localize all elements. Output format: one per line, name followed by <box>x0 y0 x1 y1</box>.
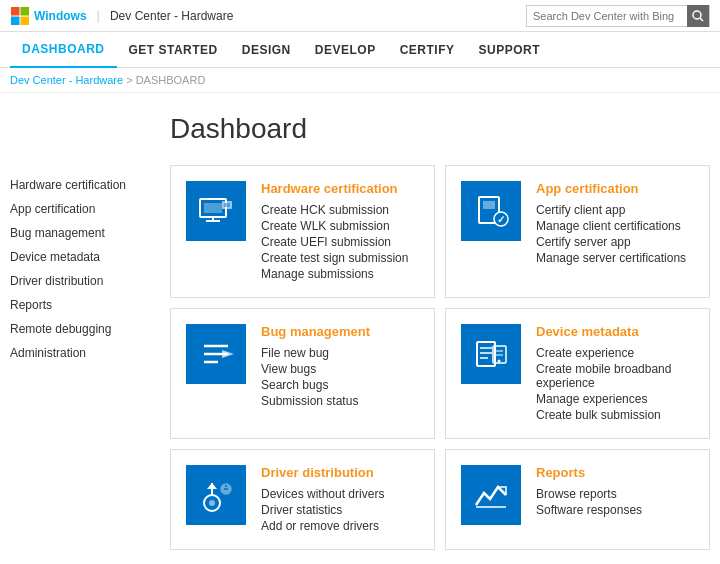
card-body-device-meta: Device metadata Create experience Create… <box>536 324 694 423</box>
search-button[interactable] <box>687 5 709 27</box>
card-icon-device <box>461 324 521 384</box>
dashboard-grid: Hardware certification Create HCK submis… <box>170 165 710 550</box>
nav-get-started[interactable]: GET STARTED <box>117 32 230 68</box>
windows-logo: Windows <box>10 6 87 26</box>
card-link-view-bugs[interactable]: View bugs <box>261 361 419 377</box>
sidebar: Hardware certification App certification… <box>10 113 150 550</box>
sidebar-item-reports[interactable]: Reports <box>10 293 150 317</box>
svg-rect-1 <box>21 7 30 16</box>
card-link-software-responses[interactable]: Software responses <box>536 502 694 518</box>
card-body-hardware-cert: Hardware certification Create HCK submis… <box>261 181 419 282</box>
nav-dashboard[interactable]: DASHBOARD <box>10 32 117 68</box>
card-body-app-cert: App certification Certify client app Man… <box>536 181 694 266</box>
card-link-file-bug[interactable]: File new bug <box>261 345 419 361</box>
svg-line-5 <box>700 18 703 21</box>
card-title-bug-mgmt: Bug management <box>261 324 419 339</box>
sidebar-item-hardware-cert[interactable]: Hardware certification <box>10 173 150 197</box>
svg-point-4 <box>693 11 701 19</box>
card-link-create-test[interactable]: Create test sign submission <box>261 250 419 266</box>
bug-icon <box>196 334 236 374</box>
card-link-browse-reports[interactable]: Browse reports <box>536 486 694 502</box>
search-input[interactable] <box>527 6 687 26</box>
card-link-manage-exp[interactable]: Manage experiences <box>536 391 694 407</box>
breadcrumb: Dev Center - Hardware > DASHBOARD <box>0 68 720 93</box>
svg-rect-0 <box>11 7 20 16</box>
svg-rect-2 <box>11 16 20 25</box>
svg-rect-14 <box>483 201 495 209</box>
svg-rect-7 <box>204 203 222 213</box>
card-link-manage-server[interactable]: Manage server certifications <box>536 250 694 266</box>
card-link-submission-status[interactable]: Submission status <box>261 393 419 409</box>
search-box[interactable] <box>526 5 710 27</box>
card-device-meta: Device metadata Create experience Create… <box>445 308 710 439</box>
card-link-devices-no-drivers[interactable]: Devices without drivers <box>261 486 419 502</box>
breadcrumb-separator: > <box>126 74 135 86</box>
card-driver-dist: Driver distribution Devices without driv… <box>170 449 435 550</box>
card-link-create-exp[interactable]: Create experience <box>536 345 694 361</box>
nav-support[interactable]: SUPPORT <box>467 32 553 68</box>
dashboard-content: Dashboard Hardware certificat <box>150 113 710 550</box>
card-body-bug-mgmt: Bug management File new bug View bugs Se… <box>261 324 419 409</box>
driver-icon <box>196 475 236 515</box>
sidebar-item-app-cert[interactable]: App certification <box>10 197 150 221</box>
card-link-manage-submissions[interactable]: Manage submissions <box>261 266 419 282</box>
logo-separator: | <box>97 8 100 23</box>
card-icon-driver <box>186 465 246 525</box>
card-reports: Reports Browse reports Software response… <box>445 449 710 550</box>
nav-design[interactable]: DESIGN <box>230 32 303 68</box>
card-link-bulk-submission[interactable]: Create bulk submission <box>536 407 694 423</box>
svg-point-28 <box>498 360 501 363</box>
card-icon-app: ✓ <box>461 181 521 241</box>
card-title-driver-dist: Driver distribution <box>261 465 419 480</box>
card-link-manage-client[interactable]: Manage client certifications <box>536 218 694 234</box>
card-link-add-remove-drivers[interactable]: Add or remove drivers <box>261 518 419 534</box>
card-title-app-cert: App certification <box>536 181 694 196</box>
card-link-driver-stats[interactable]: Driver statistics <box>261 502 419 518</box>
svg-marker-20 <box>222 350 234 358</box>
sidebar-item-bug-mgmt[interactable]: Bug management <box>10 221 150 245</box>
card-title-reports: Reports <box>536 465 694 480</box>
card-icon-bug <box>186 324 246 384</box>
card-body-driver-dist: Driver distribution Devices without driv… <box>261 465 419 534</box>
card-hardware-cert: Hardware certification Create HCK submis… <box>170 165 435 298</box>
breadcrumb-current: DASHBOARD <box>136 74 206 86</box>
svg-rect-3 <box>21 16 30 25</box>
main-content: Hardware certification App certification… <box>0 93 720 564</box>
svg-rect-10 <box>222 201 232 209</box>
nav-develop[interactable]: DEVELOP <box>303 32 388 68</box>
card-link-create-wlk[interactable]: Create WLK submission <box>261 218 419 234</box>
card-link-certify-server[interactable]: Certify server app <box>536 234 694 250</box>
sidebar-item-admin[interactable]: Administration <box>10 341 150 365</box>
card-icon-hardware <box>186 181 246 241</box>
top-bar: Windows | Dev Center - Hardware <box>0 0 720 32</box>
reports-icon <box>471 475 511 515</box>
card-link-certify-client[interactable]: Certify client app <box>536 202 694 218</box>
card-link-create-hck[interactable]: Create HCK submission <box>261 202 419 218</box>
card-title-device-meta: Device metadata <box>536 324 694 339</box>
svg-text:✓: ✓ <box>497 214 505 225</box>
nav-certify[interactable]: CERTIFY <box>388 32 467 68</box>
sidebar-item-remote-debug[interactable]: Remote debugging <box>10 317 150 341</box>
svg-point-30 <box>209 500 215 506</box>
device-icon <box>471 334 511 374</box>
card-title-hardware-cert: Hardware certification <box>261 181 419 196</box>
card-link-create-mobile[interactable]: Create mobile broadband experience <box>536 361 694 391</box>
card-link-search-bugs[interactable]: Search bugs <box>261 377 419 393</box>
app-icon: ✓ <box>471 191 511 231</box>
page-title: Dashboard <box>170 113 710 145</box>
windows-label: Windows <box>34 9 87 23</box>
card-link-create-uefi[interactable]: Create UEFI submission <box>261 234 419 250</box>
windows-icon <box>10 6 30 26</box>
svg-marker-32 <box>207 483 217 489</box>
card-icon-reports <box>461 465 521 525</box>
card-bug-mgmt: Bug management File new bug View bugs Se… <box>170 308 435 439</box>
navbar: DASHBOARD GET STARTED DESIGN DEVELOP CER… <box>0 32 720 68</box>
site-title: Dev Center - Hardware <box>110 9 233 23</box>
sidebar-item-driver-dist[interactable]: Driver distribution <box>10 269 150 293</box>
breadcrumb-home[interactable]: Dev Center - Hardware <box>10 74 123 86</box>
card-app-cert: ✓ App certification Certify client app M… <box>445 165 710 298</box>
search-icon <box>692 10 704 22</box>
hardware-icon <box>196 191 236 231</box>
card-body-reports: Reports Browse reports Software response… <box>536 465 694 518</box>
sidebar-item-device-meta[interactable]: Device metadata <box>10 245 150 269</box>
